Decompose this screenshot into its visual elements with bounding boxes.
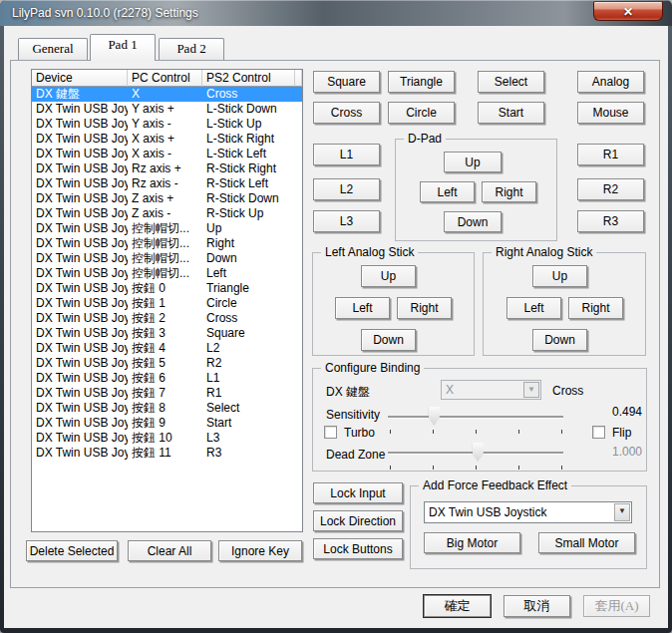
- column-header-device[interactable]: Device: [32, 70, 128, 87]
- column-header-ps2-control[interactable]: PS2 Control: [202, 70, 295, 87]
- table-row[interactable]: DX Twin USB Joy...按鈕 3Square: [32, 326, 302, 341]
- triangle-button[interactable]: Triangle: [388, 71, 455, 93]
- table-row[interactable]: DX Twin USB Joy...控制帽切...Left: [32, 266, 302, 281]
- right-stick-left-button[interactable]: Left: [506, 297, 561, 319]
- mouse-button[interactable]: Mouse: [577, 102, 644, 124]
- table-row[interactable]: DX Twin USB Joy...Rz axis -R-Stick Left: [32, 176, 302, 191]
- circle-button[interactable]: Circle: [388, 102, 455, 124]
- flip-checkbox[interactable]: [592, 426, 605, 439]
- l1-button[interactable]: L1: [313, 144, 380, 165]
- tab-pad1[interactable]: Pad 1: [90, 34, 156, 61]
- force-feedback-device-combobox[interactable]: DX Twin USB Joystick ▼: [424, 501, 632, 523]
- table-row[interactable]: DX Twin USB Joy...Z axis -R-Stick Up: [32, 206, 302, 221]
- tab-pad2[interactable]: Pad 2: [159, 38, 224, 60]
- r1-button[interactable]: R1: [577, 144, 644, 165]
- lock-input-button[interactable]: Lock Input: [313, 482, 403, 503]
- table-row[interactable]: DX Twin USB Joy...控制帽切...Down: [32, 251, 302, 266]
- turbo-checkbox[interactable]: [324, 426, 337, 439]
- device-cell: DX Twin USB Joy...: [32, 371, 128, 386]
- cancel-button[interactable]: 取消: [504, 595, 570, 617]
- dpad-up-button[interactable]: Up: [444, 152, 502, 172]
- analog-button[interactable]: Analog: [577, 71, 644, 93]
- table-row[interactable]: DX Twin USB Joy...按鈕 10L3: [32, 431, 302, 446]
- table-row[interactable]: DX Twin USB Joy...Z axis +R-Stick Down: [32, 191, 302, 206]
- table-row[interactable]: DX Twin USB Joy...按鈕 8Select: [32, 401, 302, 416]
- tab-pad1-label: Pad 1: [108, 37, 137, 52]
- table-row[interactable]: DX Twin USB Joy...Y axis +L-Stick Down: [32, 102, 302, 117]
- table-row[interactable]: DX 鍵盤XCross: [32, 87, 302, 102]
- sensitivity-slider-thumb[interactable]: [429, 407, 440, 426]
- table-row[interactable]: DX Twin USB Joy...按鈕 6L1: [32, 371, 302, 386]
- dpad-down-button[interactable]: Down: [444, 211, 502, 232]
- sensitivity-slider[interactable]: [388, 407, 563, 426]
- square-button[interactable]: Square: [313, 71, 380, 93]
- force-feedback-dropdown-icon[interactable]: ▼: [614, 503, 630, 521]
- lock-direction-button[interactable]: Lock Direction: [313, 510, 403, 531]
- ok-button[interactable]: 確定: [424, 595, 491, 617]
- bindings-list[interactable]: Device PC Control PS2 Control DX 鍵盤XCros…: [31, 69, 303, 532]
- start-button-label: Start: [499, 106, 523, 120]
- ps2-control-cell: Square: [202, 326, 302, 341]
- table-row[interactable]: DX Twin USB Joy...按鈕 1Circle: [32, 296, 302, 311]
- tab-general[interactable]: General: [18, 38, 88, 60]
- table-row[interactable]: DX Twin USB Joy...按鈕 7R1: [32, 386, 302, 401]
- ignore-key-button[interactable]: Ignore Key: [218, 540, 302, 561]
- small-motor-button[interactable]: Small Motor: [538, 532, 635, 553]
- cross-button[interactable]: Cross: [313, 102, 380, 124]
- dpad-left-button[interactable]: Left: [420, 181, 475, 202]
- binding-device-label: DX 鍵盤: [326, 384, 370, 401]
- pc-control-cell: 按鈕 10: [128, 431, 202, 446]
- device-cell: DX Twin USB Joy...: [32, 341, 128, 356]
- device-cell: DX Twin USB Joy...: [32, 266, 128, 281]
- left-stick-right-button[interactable]: Right: [397, 297, 452, 319]
- lock-buttons-button[interactable]: Lock Buttons: [313, 538, 403, 559]
- table-row[interactable]: DX Twin USB Joy...按鈕 4L2: [32, 341, 302, 356]
- left-stick-down-button[interactable]: Down: [361, 329, 416, 351]
- start-button[interactable]: Start: [478, 102, 544, 124]
- left-stick-left-button[interactable]: Left: [335, 297, 390, 319]
- table-row[interactable]: DX Twin USB Joy...Rz axis +R-Stick Right: [32, 161, 302, 176]
- device-cell: DX Twin USB Joy...: [32, 132, 128, 147]
- device-cell: DX Twin USB Joy...: [32, 191, 128, 206]
- table-row[interactable]: DX Twin USB Joy...控制帽切...Up: [32, 221, 302, 236]
- title-bar[interactable]: LilyPad svn 0.10.0 (r2278) Settings: [0, 0, 672, 26]
- table-row[interactable]: DX Twin USB Joy...X axis -L-Stick Left: [32, 147, 302, 161]
- l3-button[interactable]: L3: [313, 210, 380, 232]
- device-cell: DX Twin USB Joy...: [32, 446, 128, 461]
- r3-button[interactable]: R3: [577, 210, 644, 232]
- lock-input-label: Lock Input: [330, 486, 385, 500]
- dead-zone-slider[interactable]: [388, 443, 563, 462]
- dpad-right-button[interactable]: Right: [482, 181, 536, 202]
- device-cell: DX Twin USB Joy...: [32, 176, 128, 191]
- dead-zone-slider-thumb[interactable]: [473, 443, 484, 462]
- delete-selected-button[interactable]: Delete Selected: [26, 540, 118, 561]
- select-button[interactable]: Select: [478, 71, 544, 93]
- ps2-control-cell: Up: [202, 221, 302, 236]
- table-row[interactable]: DX Twin USB Joy...按鈕 11R3: [32, 446, 302, 461]
- big-motor-button[interactable]: Big Motor: [424, 532, 520, 553]
- clear-all-button[interactable]: Clear All: [128, 540, 211, 561]
- right-stick-right-button[interactable]: Right: [568, 297, 623, 319]
- pc-control-cell: 按鈕 2: [128, 311, 202, 326]
- close-button[interactable]: ✕: [593, 1, 663, 21]
- r2-button[interactable]: R2: [577, 178, 644, 200]
- dead-zone-ticks: [388, 466, 563, 470]
- l2-button[interactable]: L2: [313, 178, 380, 200]
- table-row[interactable]: DX Twin USB Joy...按鈕 9Start: [32, 416, 302, 431]
- pc-control-cell: Y axis +: [128, 102, 202, 117]
- left-stick-right-label: Right: [410, 301, 438, 315]
- right-stick-down-button[interactable]: Down: [532, 329, 587, 351]
- table-row[interactable]: DX Twin USB Joy...X axis +L-Stick Right: [32, 132, 302, 147]
- column-header-pc-control[interactable]: PC Control: [128, 70, 202, 87]
- table-row[interactable]: DX Twin USB Joy...按鈕 2Cross: [32, 311, 302, 326]
- table-row[interactable]: DX Twin USB Joy...按鈕 0Triangle: [32, 281, 302, 296]
- table-row[interactable]: DX Twin USB Joy...控制帽切...Right: [32, 236, 302, 251]
- right-stick-up-button[interactable]: Up: [532, 265, 587, 287]
- ps2-control-cell: L-Stick Down: [202, 102, 302, 117]
- table-row[interactable]: DX Twin USB Joy...按鈕 5R2: [32, 356, 302, 371]
- left-stick-up-button[interactable]: Up: [361, 265, 416, 287]
- ps2-control-cell: R-Stick Left: [202, 176, 302, 191]
- table-row[interactable]: DX Twin USB Joy...Y axis -L-Stick Up: [32, 117, 302, 132]
- ps2-control-cell: R-Stick Up: [202, 206, 302, 221]
- binding-ps2-control-label: Cross: [552, 384, 583, 398]
